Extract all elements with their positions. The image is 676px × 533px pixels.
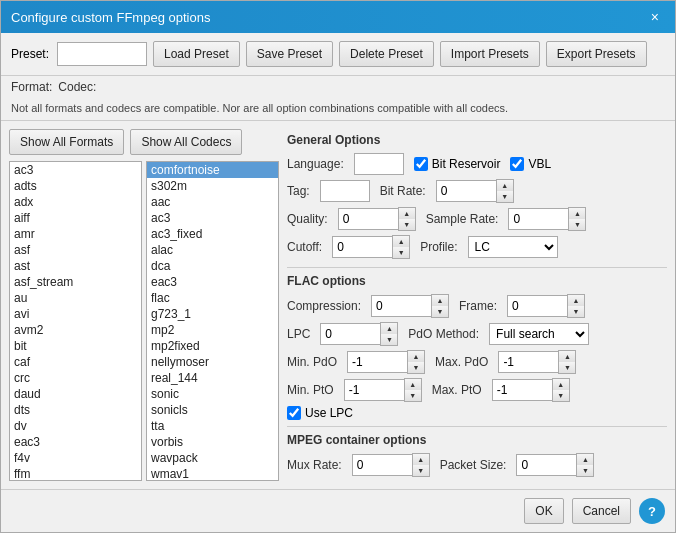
list-item[interactable]: flac bbox=[147, 290, 278, 306]
show-all-codecs-button[interactable]: Show All Codecs bbox=[130, 129, 242, 155]
cancel-button[interactable]: Cancel bbox=[572, 498, 631, 524]
bitrate-down-button[interactable]: ▼ bbox=[497, 191, 513, 202]
list-item[interactable]: ast bbox=[10, 258, 141, 274]
close-button[interactable]: × bbox=[645, 7, 665, 27]
max-pdo-down-button[interactable]: ▼ bbox=[559, 362, 575, 373]
quality-input[interactable] bbox=[338, 208, 398, 230]
list-item[interactable]: adx bbox=[10, 194, 141, 210]
list-item[interactable]: eac3 bbox=[147, 274, 278, 290]
list-item[interactable]: mp2fixed bbox=[147, 338, 278, 354]
lpc-up-button[interactable]: ▲ bbox=[381, 323, 397, 334]
list-item[interactable]: g723_1 bbox=[147, 306, 278, 322]
max-pto-down-button[interactable]: ▼ bbox=[553, 390, 569, 401]
min-pto-input[interactable] bbox=[344, 379, 404, 401]
muxrate-input[interactable] bbox=[352, 454, 412, 476]
lpc-input[interactable] bbox=[320, 323, 380, 345]
list-item[interactable]: sonic bbox=[147, 386, 278, 402]
max-pto-up-button[interactable]: ▲ bbox=[553, 379, 569, 390]
list-item[interactable]: aac bbox=[147, 194, 278, 210]
packetsize-up-button[interactable]: ▲ bbox=[577, 454, 593, 465]
import-presets-button[interactable]: Import Presets bbox=[440, 41, 540, 67]
list-item[interactable]: dca bbox=[147, 258, 278, 274]
list-item[interactable]: dts bbox=[10, 402, 141, 418]
list-item[interactable]: daud bbox=[10, 386, 141, 402]
list-item[interactable]: sonicls bbox=[147, 402, 278, 418]
compression-up-button[interactable]: ▲ bbox=[432, 295, 448, 306]
list-item[interactable]: avi bbox=[10, 306, 141, 322]
list-item[interactable]: s302m bbox=[147, 178, 278, 194]
frame-input[interactable] bbox=[507, 295, 567, 317]
min-pto-up-button[interactable]: ▲ bbox=[405, 379, 421, 390]
compression-input[interactable] bbox=[371, 295, 431, 317]
list-item[interactable]: f4v bbox=[10, 450, 141, 466]
max-pdo-up-button[interactable]: ▲ bbox=[559, 351, 575, 362]
list-item[interactable]: ac3 bbox=[147, 210, 278, 226]
delete-preset-button[interactable]: Delete Preset bbox=[339, 41, 434, 67]
list-item[interactable]: nellymoser bbox=[147, 354, 278, 370]
list-item[interactable]: amr bbox=[10, 226, 141, 242]
packetsize-input[interactable] bbox=[516, 454, 576, 476]
muxrate-up-button[interactable]: ▲ bbox=[413, 454, 429, 465]
min-pto-down-button[interactable]: ▼ bbox=[405, 390, 421, 401]
bitrate-up-button[interactable]: ▲ bbox=[497, 180, 513, 191]
frame-up-button[interactable]: ▲ bbox=[568, 295, 584, 306]
frame-down-button[interactable]: ▼ bbox=[568, 306, 584, 317]
quality-up-button[interactable]: ▲ bbox=[399, 208, 415, 219]
codec-list[interactable]: comfortnoise s302m aac ac3 ac3_fixed ala… bbox=[146, 161, 279, 481]
vbl-checkbox[interactable] bbox=[510, 157, 524, 171]
max-pdo-input[interactable] bbox=[498, 351, 558, 373]
cutoff-input[interactable] bbox=[332, 236, 392, 258]
list-item[interactable]: ffm bbox=[10, 466, 141, 481]
export-presets-button[interactable]: Export Presets bbox=[546, 41, 647, 67]
save-preset-button[interactable]: Save Preset bbox=[246, 41, 333, 67]
list-item[interactable]: ac3 bbox=[10, 162, 141, 178]
list-item[interactable]: adts bbox=[10, 178, 141, 194]
list-item[interactable]: comfortnoise bbox=[147, 162, 278, 178]
list-item[interactable]: crc bbox=[10, 370, 141, 386]
list-item[interactable]: eac3 bbox=[10, 434, 141, 450]
list-item[interactable]: au bbox=[10, 290, 141, 306]
list-item[interactable]: bit bbox=[10, 338, 141, 354]
list-item[interactable]: aiff bbox=[10, 210, 141, 226]
bit-reservoir-checkbox[interactable] bbox=[414, 157, 428, 171]
list-item[interactable]: wmav1 bbox=[147, 466, 278, 481]
compression-down-button[interactable]: ▼ bbox=[432, 306, 448, 317]
max-pto-input[interactable] bbox=[492, 379, 552, 401]
packetsize-down-button[interactable]: ▼ bbox=[577, 465, 593, 476]
list-item[interactable]: real_144 bbox=[147, 370, 278, 386]
cutoff-up-button[interactable]: ▲ bbox=[393, 236, 409, 247]
profile-select[interactable]: LC HE-AAC HE-AACv2 LD ELD bbox=[468, 236, 558, 258]
pdo-method-select[interactable]: Full search None Levinson-Durbin bbox=[489, 323, 589, 345]
list-item[interactable]: wavpack bbox=[147, 450, 278, 466]
samplerate-down-button[interactable]: ▼ bbox=[569, 219, 585, 230]
format-list[interactable]: ac3 adts adx aiff amr asf ast asf_stream… bbox=[9, 161, 142, 481]
list-item[interactable]: dv bbox=[10, 418, 141, 434]
min-pdo-up-button[interactable]: ▲ bbox=[408, 351, 424, 362]
samplerate-input[interactable] bbox=[508, 208, 568, 230]
language-input[interactable] bbox=[354, 153, 404, 175]
muxrate-down-button[interactable]: ▼ bbox=[413, 465, 429, 476]
min-pdo-down-button[interactable]: ▼ bbox=[408, 362, 424, 373]
list-item[interactable]: caf bbox=[10, 354, 141, 370]
list-item[interactable]: alac bbox=[147, 242, 278, 258]
min-pdo-input[interactable] bbox=[347, 351, 407, 373]
list-item[interactable]: asf_stream bbox=[10, 274, 141, 290]
list-item[interactable]: ac3_fixed bbox=[147, 226, 278, 242]
load-preset-button[interactable]: Load Preset bbox=[153, 41, 240, 67]
tag-input[interactable] bbox=[320, 180, 370, 202]
list-item[interactable]: avm2 bbox=[10, 322, 141, 338]
help-button[interactable]: ? bbox=[639, 498, 665, 524]
quality-down-button[interactable]: ▼ bbox=[399, 219, 415, 230]
samplerate-up-button[interactable]: ▲ bbox=[569, 208, 585, 219]
lpc-down-button[interactable]: ▼ bbox=[381, 334, 397, 345]
use-lpc-checkbox[interactable] bbox=[287, 406, 301, 420]
show-all-formats-button[interactable]: Show All Formats bbox=[9, 129, 124, 155]
list-item[interactable]: tta bbox=[147, 418, 278, 434]
list-item[interactable]: mp2 bbox=[147, 322, 278, 338]
ok-button[interactable]: OK bbox=[524, 498, 563, 524]
bitrate-input[interactable] bbox=[436, 180, 496, 202]
list-item[interactable]: vorbis bbox=[147, 434, 278, 450]
list-item[interactable]: asf bbox=[10, 242, 141, 258]
preset-input[interactable] bbox=[57, 42, 147, 66]
cutoff-down-button[interactable]: ▼ bbox=[393, 247, 409, 258]
